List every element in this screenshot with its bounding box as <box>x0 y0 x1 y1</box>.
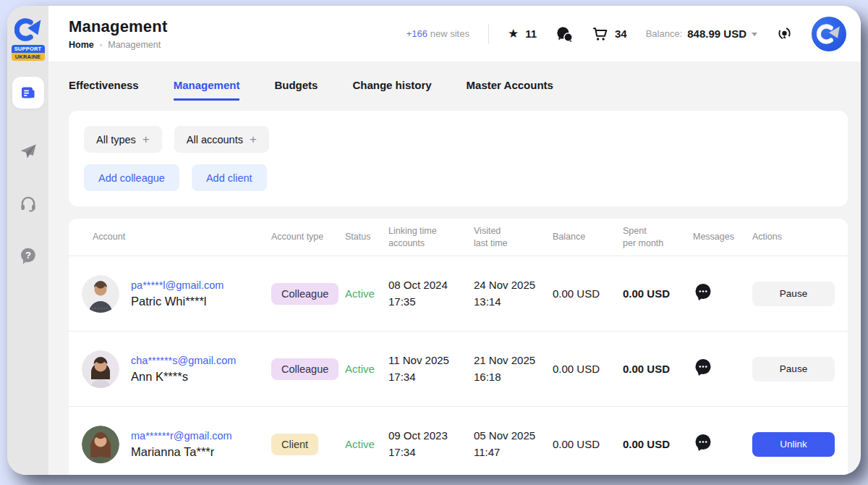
headphones-icon[interactable] <box>19 194 38 213</box>
visited-time: 24 Nov 2025 13:14 <box>474 277 553 310</box>
support-ukraine-badge: SUPPORT UKRAINE <box>12 45 45 61</box>
filter-card: All types + All accounts + Add colleague… <box>69 111 848 206</box>
chevron-down-icon <box>752 33 757 36</box>
col-account-type: Account type <box>271 231 345 243</box>
col-linking-time: Linking time accounts <box>388 225 474 250</box>
account-identity: pa*****l@gmail.com Patric Whi****l <box>131 279 224 308</box>
account-email[interactable]: cha******s@gmail.com <box>131 355 236 366</box>
col-messages: Messages <box>693 231 752 243</box>
messages-cell <box>693 358 752 380</box>
all-accounts-label: All accounts <box>187 134 243 146</box>
topbar-right: +166 new sites ★ 11 <box>407 17 846 51</box>
balance-value: 0.00 USD <box>553 438 623 450</box>
send-plane-icon[interactable] <box>19 142 38 161</box>
title-block: Management Home • Management <box>69 17 167 50</box>
page-title: Management <box>69 17 167 36</box>
account-type-cell: Colleague <box>271 358 345 380</box>
breadcrumb-separator: • <box>100 41 103 49</box>
balance-value: 0.00 USD <box>553 363 623 375</box>
account-type-cell: Client <box>271 434 345 455</box>
account-identity: ma******r@gmail.com Marianna Ta***r <box>131 430 232 459</box>
table-row: pa*****l@gmail.com Patric Whi****l Colle… <box>69 256 848 332</box>
tab-master-accounts[interactable]: Master Accounts <box>467 79 553 101</box>
avatar <box>82 275 119 313</box>
col-balance: Balance <box>553 231 623 243</box>
pause-button[interactable]: Pause <box>752 282 835 306</box>
account-name: Patric Whi****l <box>131 295 224 308</box>
messages-cell <box>693 282 752 305</box>
spent-value: 0.00 USD <box>623 363 693 375</box>
status-badge: Active <box>345 438 388 450</box>
account-type-cell: Colleague <box>271 283 345 305</box>
all-accounts-filter[interactable]: All accounts + <box>174 126 269 153</box>
visited-time: 05 Nov 2025 11:47 <box>474 428 553 460</box>
balance-value: 0.00 USD <box>553 287 623 300</box>
notification-bell-icon[interactable] <box>776 25 793 42</box>
help-bubble-icon[interactable]: ? <box>19 246 38 265</box>
tab-management[interactable]: Management <box>174 79 240 101</box>
balance-dropdown[interactable]: Balance: 848.99 USD <box>646 28 757 40</box>
tab-change-history[interactable]: Change history <box>352 79 431 101</box>
message-bubble-icon[interactable] <box>693 358 712 377</box>
balance-value: 848.99 USD <box>687 28 746 40</box>
unlink-button[interactable]: Unlink <box>752 432 835 457</box>
new-sites-label: new sites <box>430 28 469 39</box>
tab-effectiveness[interactable]: Effectiveness <box>69 79 139 101</box>
col-account: Account <box>82 231 271 243</box>
chat-bubbles-icon[interactable] <box>556 25 573 43</box>
linking-time: 08 Oct 2024 17:35 <box>388 277 474 310</box>
pause-button[interactable]: Pause <box>752 357 835 381</box>
support-label: SUPPORT <box>12 45 45 53</box>
col-status: Status <box>345 231 388 243</box>
avatar-logo-icon <box>817 22 841 46</box>
col-actions: Actions <box>752 231 835 243</box>
favorites-stat[interactable]: ★ 11 <box>508 28 537 40</box>
sidebar: SUPPORT UKRAINE ? <box>7 6 48 475</box>
message-bubble-icon[interactable] <box>693 282 712 302</box>
type-badge: Colleague <box>271 283 339 305</box>
main-area: Management Home • Management +166 new si… <box>48 6 861 475</box>
account-email[interactable]: pa*****l@gmail.com <box>131 279 224 291</box>
tab-budgets[interactable]: Budgets <box>274 79 318 101</box>
new-sites-link[interactable]: +166 new sites <box>407 28 469 39</box>
table-row: ma******r@gmail.com Marianna Ta***r Clie… <box>69 407 848 475</box>
filter-row-actions: Add colleague Add client <box>84 164 833 191</box>
status-badge: Active <box>345 363 388 375</box>
message-bubble-icon[interactable] <box>693 433 712 452</box>
account-name: Ann K****s <box>131 370 236 384</box>
avatar <box>82 426 119 463</box>
account-email[interactable]: ma******r@gmail.com <box>131 430 232 442</box>
topbar-divider <box>488 24 489 44</box>
tab-bar: Effectiveness Management Budgets Change … <box>48 62 861 101</box>
plus-icon: + <box>250 132 257 147</box>
linking-time: 09 Oct 2023 17:34 <box>388 428 474 460</box>
col-visited: Visited last time <box>474 225 553 250</box>
all-types-label: All types <box>96 134 136 146</box>
account-cell: ma******r@gmail.com Marianna Ta***r <box>82 426 271 463</box>
topbar: Management Home • Management +166 new si… <box>48 6 861 62</box>
plus-icon: + <box>142 132 150 147</box>
type-badge: Colleague <box>271 358 339 380</box>
avatar <box>82 350 119 388</box>
breadcrumb-home-link[interactable]: Home <box>69 40 94 50</box>
cart-stat[interactable]: 34 <box>592 25 627 42</box>
status-badge: Active <box>345 287 388 300</box>
account-cell: cha******s@gmail.com Ann K****s <box>82 350 271 388</box>
spent-value: 0.00 USD <box>623 438 693 450</box>
user-avatar[interactable] <box>812 17 846 51</box>
add-colleague-button[interactable]: Add colleague <box>84 164 179 191</box>
account-name: Marianna Ta***r <box>131 445 232 459</box>
account-identity: cha******s@gmail.com Ann K****s <box>131 355 236 384</box>
brand-logo-icon[interactable] <box>14 16 42 43</box>
linking-time: 11 Nov 2025 17:34 <box>388 353 474 385</box>
type-badge: Client <box>271 434 318 455</box>
add-client-button[interactable]: Add client <box>192 164 267 191</box>
breadcrumb: Home • Management <box>69 40 167 50</box>
actions-cell: Pause <box>752 282 835 306</box>
favorites-count: 11 <box>525 28 537 40</box>
account-cell: pa*****l@gmail.com Patric Whi****l <box>82 275 271 313</box>
app-window: SUPPORT UKRAINE ? <box>7 6 861 475</box>
sidebar-item-news[interactable] <box>12 77 44 109</box>
all-types-filter[interactable]: All types + <box>84 126 162 153</box>
balance-label: Balance: <box>646 28 683 39</box>
